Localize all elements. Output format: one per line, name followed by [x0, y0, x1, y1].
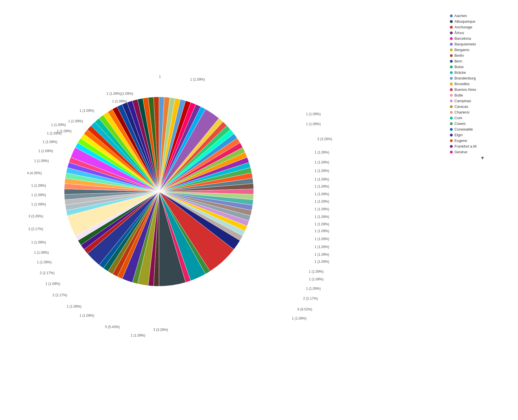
legend-label: Bern — [454, 59, 462, 63]
legend-item: Charleroi — [450, 110, 515, 114]
label-l-1: 2 (2.17%) — [28, 227, 43, 231]
label-tl-4: 1 (1.09%) — [68, 119, 83, 123]
label-b-1: 3 (3.26%) — [153, 328, 168, 332]
legend-color-dot — [450, 77, 453, 80]
legend-label: Århus — [454, 31, 464, 35]
legend-label: Barcelona — [454, 36, 471, 41]
legend-color-dot — [450, 145, 453, 148]
label-tl-2: 1 (1.09%) — [112, 99, 127, 103]
label-r-16: 1 (1.09%) — [314, 245, 329, 249]
legend-item: Eugene — [450, 138, 515, 143]
legend-label: Albuquerque — [454, 19, 475, 24]
legend-label: Boise — [454, 65, 464, 69]
label-top-2: 1 (1.09%) — [190, 77, 205, 81]
label-l-11: 1 (1.09%) — [51, 123, 66, 127]
legend-label: Anchorage — [454, 25, 472, 29]
legend-item: Boise — [450, 65, 515, 69]
legend-color-dot — [450, 128, 453, 131]
legend-label: Cunewalde — [454, 127, 473, 131]
legend-label: Genève — [454, 150, 467, 154]
label-bl-6: 1 (1.09%) — [37, 260, 52, 264]
label-l-9: 1 (1.09%) — [43, 140, 57, 144]
legend-label: Charleroi — [454, 110, 469, 114]
legend-label: Bergamo — [454, 48, 469, 52]
legend-item: Caracas — [450, 104, 515, 109]
label-tl-3: 1 (1.09%) — [79, 109, 94, 113]
legend-item: Albuquerque — [450, 19, 515, 24]
legend-label: Brandenburg — [454, 76, 476, 80]
legend-color-dot — [450, 71, 453, 74]
legend-item: Butte — [450, 93, 515, 97]
legend-item: Bruxelles — [450, 82, 515, 86]
legend-item: Berlin — [450, 53, 515, 58]
label-l-5: 1 (1.09%) — [31, 184, 46, 188]
legend-item: Anchorage — [450, 25, 515, 29]
legend-item: Buenos Aires — [450, 87, 515, 92]
label-bl-7: 1 (1.09%) — [34, 251, 49, 255]
legend-color-dot — [450, 37, 453, 40]
label-b-3: 5 (5.43%) — [105, 325, 120, 329]
legend-label: Bruxelles — [454, 82, 469, 86]
label-r-2: 1 (1.09%) — [306, 122, 321, 126]
legend-label: Butte — [454, 93, 463, 97]
legend-item: Genève — [450, 150, 515, 154]
legend-color-dot — [450, 26, 453, 29]
legend-item: Campinas — [450, 99, 515, 103]
label-l-6: 4 (4.35%) — [27, 171, 42, 175]
legend-label: Eugene — [454, 138, 467, 143]
label-r-13: 1 (1.09%) — [314, 222, 329, 226]
legend-color-dot — [450, 134, 453, 136]
legend-color-dot — [450, 105, 453, 108]
label-r-11: 1 (1.09%) — [314, 207, 329, 211]
label-br-1: 1 (1.09%) — [309, 270, 324, 274]
legend-item: Aachen — [450, 14, 515, 18]
legend-color-dot — [450, 139, 453, 142]
label-r-18: 1 (1.09%) — [314, 260, 329, 264]
legend-item: Cowes — [450, 121, 515, 126]
legend-item: Bern — [450, 59, 515, 63]
legend-label: Campinas — [454, 99, 471, 103]
legend-color-dot — [450, 49, 453, 51]
chart-area: 1 1 (1.09%) 1 (1.09%)(1.09%) 1 (1.09%) 1… — [0, 17, 358, 414]
label-top-1: 1 — [159, 75, 161, 79]
legend-item: Barquisimeto — [450, 42, 515, 46]
legend-label: Elgin — [454, 133, 463, 137]
label-tl-1: 1 (1.09%)(1.09%) — [106, 92, 133, 96]
label-r-7: 1 (1.09%) — [314, 177, 329, 181]
label-r-9: 1 (1.09%) — [314, 192, 329, 196]
legend-item: Cork — [450, 116, 515, 120]
label-br-2: 1 (1.09%) — [309, 277, 324, 281]
legend-item: Frankfurt a.M. — [450, 144, 515, 148]
legend-color-dot — [450, 20, 453, 23]
label-br-6: 1 (1.09%) — [292, 316, 307, 320]
legend-color-dot — [450, 32, 453, 34]
label-r-8: 1 (1.09%) — [314, 184, 329, 188]
label-bl-5: 2 (2.17%) — [40, 271, 54, 275]
label-r-5: 1 (1.09%) — [314, 160, 329, 164]
legend-color-dot — [450, 111, 453, 114]
label-r-10: 1 (1.09%) — [314, 200, 329, 203]
label-bl-2: 1 (1.09%) — [67, 304, 81, 308]
legend-item: Cunewalde — [450, 127, 515, 131]
legend-label: Frankfurt a.M. — [454, 144, 477, 148]
label-r-3: 3 (3.26%) — [317, 137, 332, 141]
legend-label: Aachen — [454, 14, 467, 18]
legend-color-dot — [450, 100, 453, 102]
label-l-8: 1 (1.09%) — [38, 149, 53, 153]
legend-color-dot — [450, 94, 453, 97]
label-bl-8: 1 (1.09%) — [31, 240, 46, 244]
label-r-14: 1 (1.09%) — [314, 229, 329, 233]
label-r-1: 1 (1.09%) — [306, 112, 321, 116]
legend-label: Cowes — [454, 121, 466, 126]
label-l-4: 1 (1.09%) — [31, 193, 46, 197]
legend-color-dot — [450, 60, 453, 63]
legend-item: Elgin — [450, 133, 515, 137]
legend-label: Cork — [454, 116, 462, 120]
label-bl-3: 2 (2.17%) — [53, 293, 67, 297]
label-l-2: 3 (3.26%) — [28, 214, 43, 218]
legend-item: Barcelona — [450, 36, 515, 41]
legend-label: Barquisimeto — [454, 42, 476, 46]
legend-scroll-arrow[interactable]: ▼ — [450, 156, 515, 161]
label-l-3: 1 (1.09%) — [31, 202, 46, 206]
label-b-2: 1 (1.09%) — [131, 333, 145, 337]
